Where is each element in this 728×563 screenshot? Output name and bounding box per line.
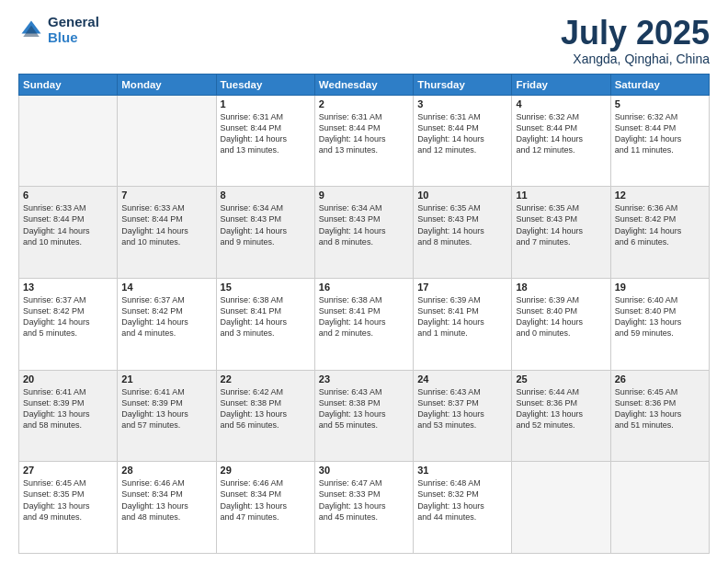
day-number: 29 [221, 465, 311, 476]
day-number: 4 [516, 98, 606, 109]
day-header-tuesday: Tuesday [216, 74, 314, 95]
logo-general: General [48, 15, 99, 30]
day-number: 10 [417, 190, 507, 201]
day-info: Sunrise: 6:45 AM Sunset: 8:36 PM Dayligh… [615, 386, 705, 431]
title-month: July 2025 [561, 15, 710, 52]
calendar-cell: 14Sunrise: 6:37 AM Sunset: 8:42 PM Dayli… [118, 278, 216, 370]
title-location: Xangda, Qinghai, China [561, 52, 710, 66]
calendar-week-3: 13Sunrise: 6:37 AM Sunset: 8:42 PM Dayli… [19, 278, 710, 370]
day-info: Sunrise: 6:32 AM Sunset: 8:44 PM Dayligh… [516, 111, 606, 156]
calendar-cell [19, 95, 118, 187]
day-number: 9 [319, 190, 409, 201]
day-info: Sunrise: 6:37 AM Sunset: 8:42 PM Dayligh… [121, 294, 211, 339]
header-row: SundayMondayTuesdayWednesdayThursdayFrid… [19, 74, 710, 95]
day-info: Sunrise: 6:32 AM Sunset: 8:44 PM Dayligh… [615, 111, 705, 156]
day-info: Sunrise: 6:40 AM Sunset: 8:40 PM Dayligh… [615, 294, 705, 339]
header: General Blue July 2025 Xangda, Qinghai, … [18, 15, 710, 66]
day-number: 18 [516, 282, 606, 293]
day-number: 23 [319, 373, 409, 385]
day-number: 28 [121, 465, 211, 476]
day-number: 6 [23, 190, 113, 201]
calendar-cell: 27Sunrise: 6:45 AM Sunset: 8:35 PM Dayli… [19, 462, 118, 554]
day-number: 2 [319, 98, 409, 109]
day-info: Sunrise: 6:48 AM Sunset: 8:32 PM Dayligh… [417, 477, 507, 523]
day-number: 1 [221, 98, 311, 109]
day-info: Sunrise: 6:33 AM Sunset: 8:44 PM Dayligh… [121, 202, 211, 247]
calendar-cell: 3Sunrise: 6:31 AM Sunset: 8:44 PM Daylig… [414, 95, 512, 187]
day-number: 8 [221, 190, 311, 201]
calendar-week-4: 20Sunrise: 6:41 AM Sunset: 8:39 PM Dayli… [19, 370, 710, 462]
calendar-cell: 4Sunrise: 6:32 AM Sunset: 8:44 PM Daylig… [512, 95, 610, 187]
day-number: 19 [615, 282, 705, 293]
calendar-cell: 25Sunrise: 6:44 AM Sunset: 8:36 PM Dayli… [512, 370, 610, 462]
day-info: Sunrise: 6:46 AM Sunset: 8:34 PM Dayligh… [221, 477, 311, 523]
calendar-cell: 22Sunrise: 6:42 AM Sunset: 8:38 PM Dayli… [216, 370, 314, 462]
day-info: Sunrise: 6:45 AM Sunset: 8:35 PM Dayligh… [23, 477, 113, 523]
day-info: Sunrise: 6:35 AM Sunset: 8:43 PM Dayligh… [417, 202, 507, 247]
day-number: 12 [615, 190, 705, 201]
logo: General Blue [18, 15, 99, 45]
calendar-table: SundayMondayTuesdayWednesdayThursdayFrid… [18, 74, 710, 554]
day-info: Sunrise: 6:43 AM Sunset: 8:38 PM Dayligh… [319, 386, 409, 431]
calendar-cell: 6Sunrise: 6:33 AM Sunset: 8:44 PM Daylig… [19, 187, 118, 279]
day-info: Sunrise: 6:31 AM Sunset: 8:44 PM Dayligh… [417, 111, 507, 156]
calendar-cell [118, 95, 216, 187]
day-number: 22 [221, 373, 311, 385]
calendar-cell: 21Sunrise: 6:41 AM Sunset: 8:39 PM Dayli… [118, 370, 216, 462]
calendar-cell: 19Sunrise: 6:40 AM Sunset: 8:40 PM Dayli… [610, 278, 709, 370]
day-number: 11 [516, 190, 606, 201]
calendar-week-5: 27Sunrise: 6:45 AM Sunset: 8:35 PM Dayli… [19, 462, 710, 554]
logo-icon [18, 17, 44, 43]
day-number: 27 [23, 465, 113, 476]
calendar-cell: 12Sunrise: 6:36 AM Sunset: 8:42 PM Dayli… [610, 187, 709, 279]
day-info: Sunrise: 6:46 AM Sunset: 8:34 PM Dayligh… [121, 477, 211, 523]
day-info: Sunrise: 6:38 AM Sunset: 8:41 PM Dayligh… [221, 294, 311, 339]
calendar-cell: 31Sunrise: 6:48 AM Sunset: 8:32 PM Dayli… [414, 462, 512, 554]
day-header-friday: Friday [512, 74, 610, 95]
day-info: Sunrise: 6:39 AM Sunset: 8:40 PM Dayligh… [516, 294, 606, 339]
calendar-cell [610, 462, 709, 554]
day-number: 16 [319, 282, 409, 293]
day-number: 20 [23, 373, 113, 385]
calendar-cell: 8Sunrise: 6:34 AM Sunset: 8:43 PM Daylig… [216, 187, 314, 279]
day-number: 7 [121, 190, 211, 201]
calendar-cell: 28Sunrise: 6:46 AM Sunset: 8:34 PM Dayli… [118, 462, 216, 554]
day-info: Sunrise: 6:35 AM Sunset: 8:43 PM Dayligh… [516, 202, 606, 247]
day-info: Sunrise: 6:38 AM Sunset: 8:41 PM Dayligh… [319, 294, 409, 339]
day-info: Sunrise: 6:33 AM Sunset: 8:44 PM Dayligh… [23, 202, 113, 247]
calendar-cell: 26Sunrise: 6:45 AM Sunset: 8:36 PM Dayli… [610, 370, 709, 462]
calendar-cell: 5Sunrise: 6:32 AM Sunset: 8:44 PM Daylig… [610, 95, 709, 187]
day-number: 14 [121, 282, 211, 293]
calendar-cell: 23Sunrise: 6:43 AM Sunset: 8:38 PM Dayli… [314, 370, 413, 462]
day-number: 26 [615, 373, 705, 385]
day-header-sunday: Sunday [19, 74, 118, 95]
title-block: July 2025 Xangda, Qinghai, China [561, 15, 710, 66]
logo-blue: Blue [48, 30, 99, 46]
day-header-wednesday: Wednesday [314, 74, 413, 95]
page: General Blue July 2025 Xangda, Qinghai, … [0, 0, 728, 563]
calendar-cell: 10Sunrise: 6:35 AM Sunset: 8:43 PM Dayli… [414, 187, 512, 279]
calendar-week-2: 6Sunrise: 6:33 AM Sunset: 8:44 PM Daylig… [19, 187, 710, 279]
day-number: 30 [319, 465, 409, 476]
day-info: Sunrise: 6:42 AM Sunset: 8:38 PM Dayligh… [221, 386, 311, 431]
calendar-cell: 13Sunrise: 6:37 AM Sunset: 8:42 PM Dayli… [19, 278, 118, 370]
calendar-cell: 9Sunrise: 6:34 AM Sunset: 8:43 PM Daylig… [314, 187, 413, 279]
day-number: 13 [23, 282, 113, 293]
day-number: 25 [516, 373, 606, 385]
calendar-cell: 29Sunrise: 6:46 AM Sunset: 8:34 PM Dayli… [216, 462, 314, 554]
day-info: Sunrise: 6:31 AM Sunset: 8:44 PM Dayligh… [319, 111, 409, 156]
calendar-cell: 11Sunrise: 6:35 AM Sunset: 8:43 PM Dayli… [512, 187, 610, 279]
calendar-cell: 15Sunrise: 6:38 AM Sunset: 8:41 PM Dayli… [216, 278, 314, 370]
calendar-cell: 17Sunrise: 6:39 AM Sunset: 8:41 PM Dayli… [414, 278, 512, 370]
calendar-cell: 7Sunrise: 6:33 AM Sunset: 8:44 PM Daylig… [118, 187, 216, 279]
calendar-cell: 1Sunrise: 6:31 AM Sunset: 8:44 PM Daylig… [216, 95, 314, 187]
calendar-cell: 24Sunrise: 6:43 AM Sunset: 8:37 PM Dayli… [414, 370, 512, 462]
calendar-cell: 16Sunrise: 6:38 AM Sunset: 8:41 PM Dayli… [314, 278, 413, 370]
day-info: Sunrise: 6:41 AM Sunset: 8:39 PM Dayligh… [121, 386, 211, 431]
day-info: Sunrise: 6:41 AM Sunset: 8:39 PM Dayligh… [23, 386, 113, 431]
day-info: Sunrise: 6:36 AM Sunset: 8:42 PM Dayligh… [615, 202, 705, 247]
day-info: Sunrise: 6:44 AM Sunset: 8:36 PM Dayligh… [516, 386, 606, 431]
calendar-cell: 18Sunrise: 6:39 AM Sunset: 8:40 PM Dayli… [512, 278, 610, 370]
calendar-cell: 2Sunrise: 6:31 AM Sunset: 8:44 PM Daylig… [314, 95, 413, 187]
day-number: 24 [417, 373, 507, 385]
